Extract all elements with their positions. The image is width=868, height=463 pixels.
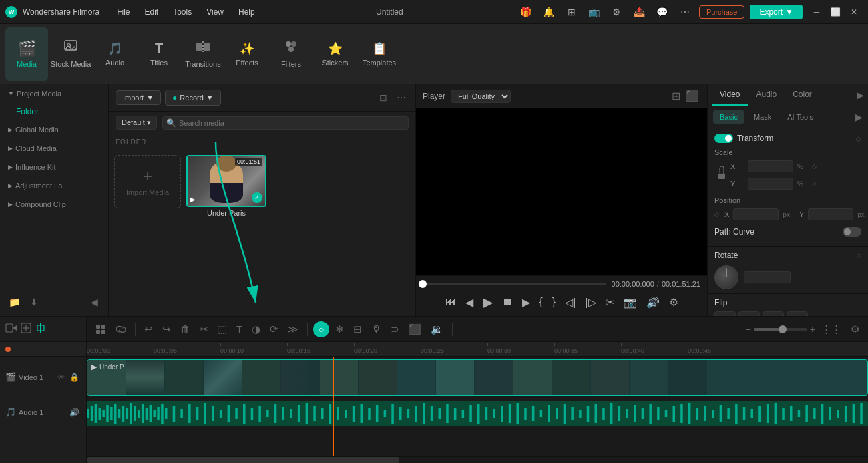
sub-tab-more-icon[interactable]: ▶ bbox=[855, 112, 863, 122]
menu-edit[interactable]: Edit bbox=[138, 5, 166, 19]
default-dropdown[interactable]: Default ▾ bbox=[116, 116, 157, 130]
snap-icon[interactable] bbox=[35, 322, 47, 336]
play-button[interactable]: ▶ bbox=[481, 292, 495, 312]
purchase-button[interactable]: Purchase bbox=[699, 5, 744, 19]
stop-button[interactable]: ⏹ bbox=[500, 294, 515, 310]
tool-templates[interactable]: 📋 Templates bbox=[358, 27, 401, 81]
forward-frame-icon[interactable]: |▷ bbox=[583, 294, 598, 311]
new-folder-icon[interactable]: 📁 bbox=[5, 293, 23, 311]
timeline-playhead[interactable] bbox=[333, 357, 334, 456]
minimize-button[interactable]: ─ bbox=[808, 3, 825, 21]
tl-delete-icon[interactable]: 🗑 bbox=[177, 321, 194, 337]
video-track-add-icon[interactable]: + bbox=[47, 371, 55, 383]
sidebar-adjustment[interactable]: ▶ Adjustment La... bbox=[0, 176, 108, 195]
import-button[interactable]: Import ▼ bbox=[116, 90, 161, 105]
mark-in-icon[interactable]: { bbox=[537, 294, 545, 310]
timeline-scrollbar[interactable] bbox=[87, 456, 868, 463]
path-curve-toggle[interactable] bbox=[843, 227, 861, 237]
tl-silence-icon[interactable]: ⊃ bbox=[387, 321, 403, 337]
sub-tab-basic[interactable]: Basic bbox=[713, 110, 744, 124]
import-icon[interactable]: ⬇ bbox=[25, 293, 43, 311]
tl-view-icon[interactable] bbox=[92, 322, 110, 337]
tl-crop-icon[interactable]: ⬚ bbox=[214, 321, 230, 337]
tl-cut-icon[interactable]: ✂ bbox=[196, 321, 212, 337]
split-clip-icon[interactable]: ✂ bbox=[604, 294, 616, 311]
sidebar-project-media-header[interactable]: ▼ Project Media bbox=[0, 84, 108, 103]
tool-transitions[interactable]: Transitions bbox=[182, 27, 224, 81]
tl-zoom-minus-icon[interactable]: − bbox=[746, 324, 751, 335]
export-button[interactable]: Export ▼ bbox=[750, 5, 803, 19]
sub-tab-ai-tools[interactable]: AI Tools bbox=[781, 110, 820, 124]
rotate-dial[interactable] bbox=[714, 265, 738, 289]
apps-icon[interactable]: ⋯ bbox=[676, 3, 694, 21]
audio-track-mute-icon[interactable]: 🔊 bbox=[68, 406, 81, 418]
tl-active-tool-icon[interactable]: ○ bbox=[313, 321, 329, 337]
player-progress-bar[interactable] bbox=[423, 283, 606, 285]
split-view-icon[interactable]: ⊞ bbox=[670, 88, 682, 104]
quality-select[interactable]: Full Quality bbox=[451, 90, 511, 103]
add-video-track-icon[interactable] bbox=[5, 322, 17, 336]
tl-color-icon[interactable]: ◑ bbox=[248, 321, 264, 337]
flip-horizontal-button[interactable] bbox=[714, 311, 736, 316]
tl-more-icon[interactable]: ≫ bbox=[284, 321, 302, 337]
tool-media[interactable]: 🎬 Media bbox=[5, 27, 48, 81]
notification-icon[interactable]: 🔔 bbox=[540, 3, 558, 21]
media-tile-under-paris[interactable]: 00:01:51 ▶ ✓ Under Paris bbox=[186, 155, 266, 311]
snapshot-icon[interactable]: 📷 bbox=[622, 294, 639, 311]
search-input[interactable] bbox=[162, 116, 409, 130]
pos-y-input[interactable]: 0.00 bbox=[808, 208, 853, 220]
tl-zoom-plus-icon[interactable]: + bbox=[810, 324, 815, 335]
mark-out-icon[interactable]: } bbox=[550, 294, 558, 310]
tl-link-icon[interactable] bbox=[112, 322, 130, 337]
right-tab-more-icon[interactable]: ▶ bbox=[857, 90, 864, 100]
tl-undo-icon[interactable]: ↩ bbox=[141, 321, 156, 337]
add-audio-track-icon[interactable] bbox=[20, 322, 32, 336]
collapse-sidebar-icon[interactable]: ◀ bbox=[85, 293, 103, 311]
tool-titles[interactable]: T Titles bbox=[138, 27, 180, 81]
settings-icon[interactable]: ⚙ bbox=[608, 3, 626, 21]
video-track-eye-icon[interactable]: 👁 bbox=[56, 371, 67, 383]
menu-file[interactable]: File bbox=[110, 5, 136, 19]
more-options-icon[interactable]: ⋯ bbox=[394, 91, 409, 104]
frame-back-icon[interactable]: ◀ bbox=[463, 294, 475, 311]
tl-voiceover-icon[interactable]: 🎙 bbox=[368, 321, 385, 337]
frame-forward-icon[interactable]: ▶ bbox=[520, 294, 532, 311]
sidebar-global-media[interactable]: ▶ Global Media bbox=[0, 120, 108, 139]
tl-text-icon[interactable]: T bbox=[233, 321, 246, 337]
skip-back-icon[interactable]: ⏮ bbox=[443, 294, 458, 310]
tab-video[interactable]: Video bbox=[712, 84, 748, 106]
video-clip[interactable]: ▶ Under P bbox=[87, 359, 868, 396]
video-track-lock-icon[interactable]: 🔒 bbox=[68, 371, 81, 383]
tl-freeze-icon[interactable]: ❄ bbox=[332, 321, 347, 337]
sidebar-compound-clip[interactable]: ▶ Compound Clip bbox=[0, 195, 108, 214]
tl-redo-icon[interactable]: ↪ bbox=[159, 321, 174, 337]
scale-x-input[interactable]: 100.00 bbox=[748, 160, 793, 172]
menu-view[interactable]: View bbox=[200, 5, 230, 19]
sidebar-item-folder[interactable]: Folder bbox=[0, 103, 108, 120]
volume-icon[interactable]: 🔊 bbox=[644, 294, 662, 311]
transform-toggle[interactable] bbox=[714, 134, 733, 143]
tl-zoom-slider[interactable] bbox=[754, 328, 807, 331]
reset-aspect-button[interactable] bbox=[787, 311, 808, 316]
scale-y-input[interactable]: 100.00 bbox=[748, 178, 793, 190]
tl-ripple-icon[interactable]: ⟳ bbox=[266, 321, 282, 337]
tl-pip-icon[interactable]: ⬛ bbox=[405, 321, 425, 337]
tab-audio[interactable]: Audio bbox=[748, 84, 785, 106]
grid-icon[interactable]: ⊞ bbox=[563, 3, 580, 21]
tl-settings-icon[interactable]: ⚙ bbox=[847, 321, 863, 337]
fullscreen-icon[interactable]: ⬛ bbox=[684, 88, 700, 104]
tab-color[interactable]: Color bbox=[785, 84, 820, 106]
tool-stickers[interactable]: ⭐ Stickers bbox=[314, 27, 357, 81]
sub-tab-mask[interactable]: Mask bbox=[747, 110, 778, 124]
scale-x-diamond-icon[interactable]: ◇ bbox=[812, 163, 817, 170]
transform-diamond-icon[interactable]: ◇ bbox=[856, 135, 861, 142]
pos-x-input[interactable]: 0.00 bbox=[733, 208, 779, 220]
menu-help[interactable]: Help bbox=[232, 5, 262, 19]
tool-filters[interactable]: Filters bbox=[270, 27, 312, 81]
rotate-diamond-icon[interactable]: ◇ bbox=[857, 252, 861, 259]
support-icon[interactable]: 💬 bbox=[654, 3, 671, 21]
tl-audio-duck-icon[interactable]: 🔉 bbox=[427, 321, 447, 337]
aspect-ratio-button[interactable] bbox=[763, 311, 784, 316]
sidebar-influence-kit[interactable]: ▶ Influence Kit bbox=[0, 158, 108, 176]
audio-track-add-icon[interactable]: + bbox=[59, 406, 67, 418]
